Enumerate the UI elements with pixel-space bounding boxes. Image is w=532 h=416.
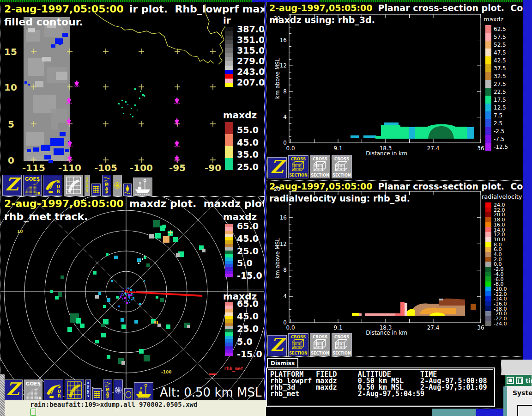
colorbar-label: 47.5: [494, 49, 508, 57]
colorbar-label: -7.5: [494, 135, 508, 143]
map-button[interactable]: MAP: [103, 379, 112, 401]
svg-text:.IR: .IR: [36, 396, 42, 400]
cross-section-button[interactable]: CROSS SECTION: [310, 333, 330, 356]
svg-text:S: S: [87, 395, 89, 398]
grid-button[interactable]: [91, 184, 101, 196]
ring-button[interactable]: [124, 388, 133, 401]
colorbar-label: 65.0: [237, 298, 262, 310]
cross-section-button[interactable]: CROSS SECTION: [332, 155, 352, 178]
buoy-button[interactable]: [123, 184, 132, 196]
ship-platform-button[interactable]: [134, 382, 153, 401]
colorbar-label: 65.0: [237, 220, 262, 232]
cross-section-button[interactable]: CROSS SECTION: [332, 333, 352, 356]
terminal-window[interactable]: rain:beaufait:109>xdump.all 970802.0505.…: [5, 400, 266, 416]
tin-window-titlebar[interactable]: tin: [505, 374, 532, 386]
colorbar-label: 52.5: [494, 41, 508, 49]
colorbar-segment: [485, 33, 491, 41]
radar-grid-button[interactable]: [65, 379, 84, 401]
colorbar2: [225, 302, 233, 356]
svg-text:P: P: [106, 395, 109, 399]
system-window-button[interactable]: [517, 405, 532, 416]
colorbar-ir-title: ir: [223, 15, 231, 26]
tick-label: 16: [278, 214, 287, 221]
colorbar-segment: [485, 291, 491, 296]
title-text: ir plot. Rhb_lowprf maxdz: [129, 3, 265, 15]
colorbar-segment: [225, 257, 233, 261]
colorbar-segment: [225, 267, 233, 270]
radar-ppi-panel: 2-aug-1997,05:05:00maxdz plot. maxdz plo…: [0, 196, 265, 402]
x-axis-label: Distance in km: [359, 150, 414, 157]
colorbar-segment: [485, 247, 491, 252]
radar-grid-button[interactable]: [64, 175, 83, 196]
bounds-button[interactable]: BOUNDS: [85, 175, 90, 196]
cross-section-button[interactable]: CROSS SECTION: [288, 333, 308, 356]
colorbar-title: radialvelocity: [482, 193, 522, 200]
tick-label: -100: [127, 162, 156, 173]
colorbar-label: 243.0: [237, 67, 265, 77]
colorbar-segment: [485, 119, 491, 127]
colorbar1: [225, 224, 233, 277]
colorbar-segment: [485, 127, 491, 135]
panel-title-line2: filled contour.: [4, 16, 83, 28]
colorbar-label: 27.5: [494, 80, 508, 88]
ship-platform-button[interactable]: [133, 177, 152, 196]
tick-label: 4: [278, 114, 287, 120]
system-window-title: System: [513, 389, 532, 397]
colorbar-segment: [225, 146, 233, 158]
platform-table-window: PLATFORM FIELD ALTITUDE TIMErhb_lowprf m…: [266, 367, 495, 407]
colorbar-label: 7.5: [494, 112, 508, 120]
colorbar-segment: [225, 343, 233, 346]
colorbar-title: maxdz: [484, 16, 503, 23]
map-button[interactable]: MAP: [102, 175, 111, 196]
svg-text:.IR: .IR: [35, 191, 41, 196]
window-menu-icon[interactable]: [507, 377, 514, 384]
bounds-button[interactable]: BOUNDS: [85, 379, 91, 401]
tick-label: 27.4: [422, 324, 445, 331]
colorbar-segment: [225, 316, 233, 319]
grid-button[interactable]: [92, 388, 102, 401]
colorbar-label: 279.0: [237, 56, 265, 67]
tick-label: 5: [8, 119, 14, 130]
zebra-logo-button[interactable]: Z: [2, 175, 22, 196]
polar-grid-button[interactable]: [113, 175, 122, 196]
buoy-marker: [174, 141, 180, 147]
goes-ir-button[interactable]: GOES .IR: [24, 379, 42, 401]
colorbar-label: 2.5: [494, 120, 508, 128]
tick-label: 8: [278, 267, 287, 273]
colorbar-segment: [225, 332, 233, 336]
colorbar-segment: [225, 309, 233, 312]
goes-ir-button[interactable]: GOES .IR: [23, 175, 42, 196]
colorbar-segment: [225, 247, 233, 251]
cross-section-button[interactable]: CROSS SECTION: [288, 155, 308, 178]
colorbar: [485, 202, 491, 326]
colorbar-segment: [225, 122, 233, 134]
colorbar-segment: [485, 217, 491, 222]
surface-radar-button[interactable]: S U R: [43, 175, 62, 196]
zebra-logo-button[interactable]: Z: [267, 157, 287, 178]
colorbar-segment: [485, 232, 491, 237]
tick-label: 0.0: [279, 145, 302, 152]
colorbar-segment: [485, 80, 491, 88]
colorbar-segment: [485, 41, 491, 49]
colorbar-label: -15.0: [237, 269, 262, 282]
colorbar-segment: [225, 271, 233, 274]
dismiss-button[interactable]: Dismiss: [267, 358, 298, 368]
tick-label: 0: [8, 155, 14, 166]
timestamp: 2-aug-1997,05:05:00: [269, 181, 378, 191]
window-iconify-icon[interactable]: [516, 377, 523, 384]
colorbar-segment: [225, 57, 233, 61]
zebra-logo-button[interactable]: Z: [3, 379, 23, 401]
polar-grid-button[interactable]: [114, 379, 123, 401]
title-text: Planar cross-section plot. Contour of: [378, 3, 523, 13]
terminal-border: [0, 374, 5, 416]
colorbar-segment: [485, 88, 491, 96]
colorbar-label: 45.0: [237, 232, 262, 245]
table-row: rhb_met 2-Aug-97,5:04:59: [270, 391, 493, 397]
colorbar-segment: [485, 111, 491, 119]
surface-radar-button[interactable]: S U R: [44, 379, 63, 401]
tick-label: 12: [278, 241, 287, 247]
zebra-logo-button[interactable]: Z: [267, 335, 287, 356]
terminal-cursor: [30, 409, 36, 416]
tick-label: -105: [91, 162, 121, 173]
cross-section-button[interactable]: CROSS SECTION: [310, 155, 330, 178]
